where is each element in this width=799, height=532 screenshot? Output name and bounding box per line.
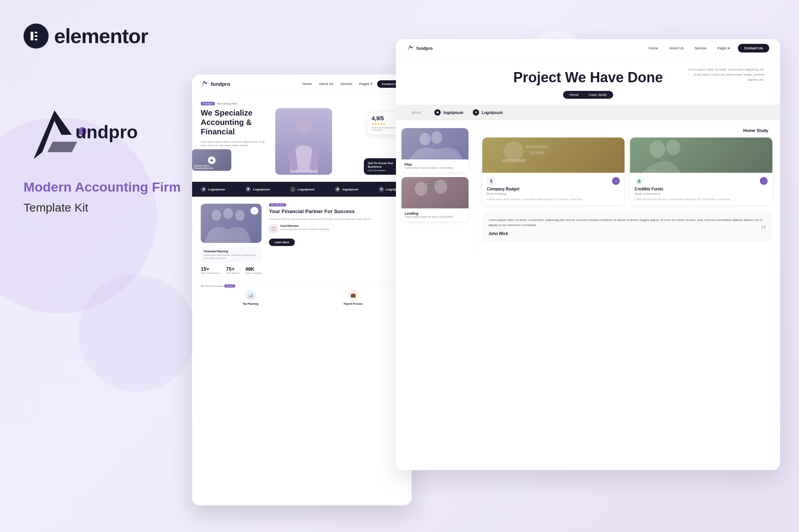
right-nav-links: Home About Us Service Pages ▾ (648, 46, 730, 50)
right-nav-home[interactable]: Home (648, 46, 658, 50)
who-tag: Who We Are? (269, 204, 403, 206)
rating-number: 4,9/5 (372, 115, 399, 121)
hero-main-image (275, 108, 332, 175)
breadcrumb-arrow: → (582, 93, 585, 97)
stats-row: 15+ Years Of Experience 75+ Team Member … (201, 266, 263, 274)
service-payroll-icon: 💼 (348, 290, 359, 300)
budget-card-subtitle: Book Keeping (487, 192, 620, 195)
budget-arrow-btn[interactable]: → (612, 177, 620, 185)
right-nav-pages[interactable]: Pages ▾ (717, 46, 730, 50)
service-tax: 📊 Tax Planning (201, 290, 300, 305)
partner-row-spacer: ipsum (412, 110, 421, 114)
video-card[interactable]: ▶ Seamless HomeFinancing Start Here (192, 149, 231, 171)
svg-point-17 (431, 131, 442, 144)
hero-tag: Fundpro Accounting Firm (201, 102, 403, 105)
partner-icon-1: ◉ (434, 109, 441, 116)
testimonial-section: Lorem ipsum dolor sit amet, consectetur … (482, 212, 772, 242)
service-tax-name: Tax Planning (201, 302, 300, 305)
partial-card-1: Plan Lorem ipsum dolor sit amet, consect… (401, 128, 469, 172)
hero-desc: Lorem ipsum dolor sit amet, consectetur … (201, 140, 269, 147)
hero-left: We Specialize Accounting & Financial Lor… (201, 108, 271, 152)
right-nav-contact[interactable]: Contact Us (738, 44, 769, 52)
nav-service[interactable]: Service (340, 82, 352, 86)
partial-card-1-body: Plan Lorem ipsum dolor sit amet, consect… (401, 159, 469, 172)
left-cards-col: Plan Lorem ipsum dolor sit amet, consect… (396, 120, 474, 250)
breadcrumb-case-study: Case Study (588, 93, 607, 97)
budget-card-body: $ → Company Budget Book Keeping Lorem ip… (482, 173, 625, 205)
breadcrumb-bar: Home → Case Study (563, 91, 613, 99)
svg-point-19 (415, 182, 427, 196)
nav-logo: fundpro (201, 80, 230, 88)
logo-bar: ◆ Logoipsum ✺ Logoipsum ⌂ Logoipsum ◉ lo… (192, 182, 412, 197)
hero-title: We Specialize Accounting & Financial (201, 108, 271, 136)
partner-logoipsum-2: ⊕ Logoipsum (473, 109, 503, 116)
right-nav-logo: fundpro (407, 45, 433, 52)
partner-logoipsum-1: ◉ logoipsum (434, 109, 463, 116)
svg-rect-23 (502, 159, 525, 162)
budget-card-img (482, 138, 625, 173)
tagline: Modern Accounting Firm (24, 179, 192, 195)
budget-icon: $ (487, 177, 496, 185)
stat-projects: 48K Project Complete (245, 266, 261, 274)
svg-rect-3 (35, 39, 38, 40)
benefit-title: Cost-Effective (280, 224, 329, 227)
main-content-area: Plan Lorem ipsum dolor sit amet, consect… (396, 120, 780, 250)
nav-links: Home About Us Service Pages ▾ (302, 82, 372, 86)
stat-team-label: Team Member (226, 272, 240, 274)
right-mockup: fundpro Home About Us Service Pages ▾ Co… (396, 39, 780, 470)
right-cards-col: Home Study (474, 120, 780, 250)
svg-rect-24 (525, 145, 549, 148)
service-payroll-name: Payroll Process (303, 302, 403, 305)
svg-point-7 (296, 114, 312, 133)
right-nav-logo-text: fundpro (416, 46, 433, 51)
nav-home[interactable]: Home (302, 82, 312, 86)
partner-icon-2: ⊕ (473, 109, 479, 116)
stat-experience: 15+ Years Of Experience (201, 266, 220, 274)
who-left: → Financial Planning Lorem ipsum dolor s… (201, 204, 263, 274)
nav-about[interactable]: About Us (319, 82, 333, 86)
svg-text:undpro: undpro (75, 122, 138, 142)
partial-card-2-title: Lending (405, 212, 465, 215)
breadcrumb-home: Home (569, 93, 579, 97)
stat-exp-label: Years Of Experience (201, 272, 220, 274)
logo-icon-1: ◆ (201, 186, 206, 192)
who-right: Who We Are? Your Financial Partner For S… (269, 204, 403, 274)
fp-card-desc: Lorem ipsum dolor sit amet, consectetur … (204, 254, 258, 260)
svg-point-28 (666, 139, 680, 155)
svg-point-20 (434, 180, 447, 194)
service-card-budget: $ → Company Budget Book Keeping Lorem ip… (482, 138, 625, 205)
hero-tag-highlight: Fundpro (201, 102, 215, 105)
funds-card-desc: Lorem ipsum dolor sit amet, consectetur … (635, 197, 768, 201)
partial-card-1-sub: Lorem ipsum dolor sit amet, consectetur (405, 166, 465, 169)
funds-arrow-btn[interactable]: → (760, 177, 768, 185)
svg-point-11 (212, 210, 221, 221)
svg-rect-18 (401, 177, 469, 208)
logo-icon-3: ⌂ (290, 186, 296, 192)
partial-card-1-title: Plan (405, 163, 465, 166)
stat-team: 75+ Team Member (226, 266, 240, 274)
project-side-desc: Lorem ipsum dolor sit amet, consectetur … (686, 67, 764, 82)
main-mockup: fundpro Home About Us Service Pages ▾ Co… (192, 74, 412, 505)
sub-tagline: Template Kit (24, 201, 192, 214)
logo-bar-item-1: ◆ Logoipsum (201, 186, 225, 192)
logo-bar-item-3: ⌂ Logoipsum (290, 186, 314, 192)
home-study-label: Home Study (482, 128, 772, 133)
fundpro-large-logo: undpro (24, 103, 192, 168)
funds-card-header: 🏦 → (635, 177, 768, 185)
partial-card-2-img (401, 177, 469, 208)
who-tag-badge: Who We Are? (269, 203, 286, 206)
benefit-cost-effective: 📋 Cost-Effective Lorem ipsum dolor sit a… (269, 224, 403, 233)
who-section: → Financial Planning Lorem ipsum dolor s… (192, 197, 412, 281)
cta-card-link[interactable]: Let's Get Started → (368, 169, 399, 172)
funds-icon: 🏦 (635, 177, 643, 185)
budget-card-header: $ → (487, 177, 620, 185)
nav-pages[interactable]: Pages ▾ (359, 82, 372, 86)
stat-proj-number: 48K (245, 266, 261, 272)
right-nav-about[interactable]: About Us (669, 46, 683, 50)
svg-point-14 (411, 47, 413, 49)
video-play-icon[interactable]: ▶ (208, 156, 216, 164)
right-nav-service[interactable]: Service (694, 46, 706, 50)
learn-more-btn[interactable]: Learn More (269, 239, 295, 246)
quote-icon: " (761, 224, 766, 238)
logo-icon-2: ✺ (245, 186, 251, 192)
